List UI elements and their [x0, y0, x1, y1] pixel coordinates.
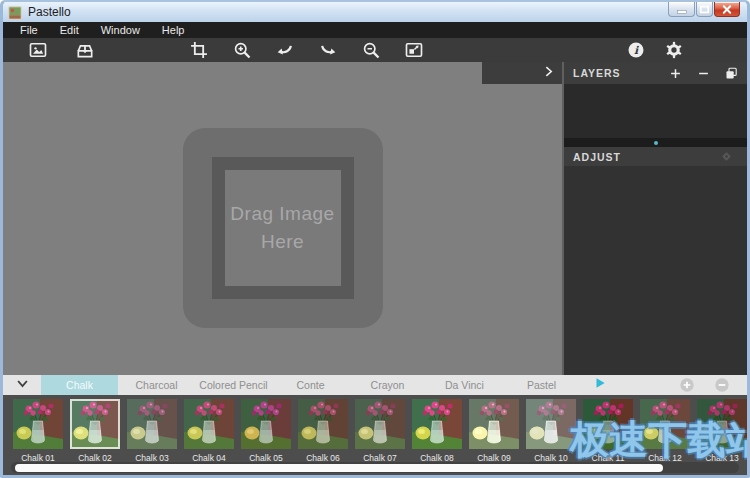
- preset-tab[interactable]: Pastel: [503, 375, 580, 395]
- toolbar-edit-group: [188, 39, 425, 61]
- add-preset-button[interactable]: [679, 377, 695, 393]
- panel-divider[interactable]: [564, 138, 747, 147]
- menu-item[interactable]: Help: [151, 24, 196, 36]
- adjust-header: ADJUST: [564, 147, 747, 166]
- main-area: Drag Image Here LAYERS ADJUST: [3, 62, 747, 375]
- maximize-button[interactable]: [696, 2, 713, 17]
- toolbar: i: [3, 38, 747, 62]
- preset-tab[interactable]: Da Vinci: [426, 375, 503, 395]
- open-image-icon[interactable]: [27, 39, 49, 61]
- preset-thumbnail[interactable]: Chalk 05: [241, 399, 291, 463]
- menu-item[interactable]: Window: [90, 24, 151, 36]
- preset-thumbnail[interactable]: Chalk 03: [127, 399, 177, 463]
- window-controls: [667, 2, 740, 17]
- preset-thumbnail-image[interactable]: [355, 399, 405, 449]
- image-dropzone[interactable]: Drag Image Here: [183, 128, 383, 328]
- save-image-icon[interactable]: [74, 39, 96, 61]
- preset-thumbnail-image[interactable]: [583, 399, 633, 449]
- minimize-button[interactable]: [668, 2, 695, 17]
- toolbar-help-group: i: [625, 39, 685, 61]
- zoom-out-icon[interactable]: [360, 39, 382, 61]
- chevron-right-icon[interactable]: [542, 64, 555, 82]
- layers-header: LAYERS: [564, 62, 747, 84]
- preset-thumbnail[interactable]: Chalk 08: [412, 399, 462, 463]
- preset-tab[interactable]: Charcoal: [118, 375, 195, 395]
- redo-icon[interactable]: [317, 39, 339, 61]
- thumbnail-list: Chalk 01 Chalk 02 Chalk 03 Chalk 04: [13, 399, 747, 463]
- remove-preset-button[interactable]: [714, 377, 730, 393]
- preset-tab[interactable]: Conte: [272, 375, 349, 395]
- preset-bar: ChalkCharcoalColored PencilConteCrayonDa…: [3, 375, 747, 395]
- preset-thumbnail-image[interactable]: [469, 399, 519, 449]
- duplicate-layer-icon[interactable]: [724, 66, 739, 81]
- crop-icon[interactable]: [188, 39, 210, 61]
- preset-thumbnail[interactable]: Chalk 10: [526, 399, 576, 463]
- menu-item[interactable]: Edit: [49, 24, 90, 36]
- window-title: Pastello: [28, 5, 71, 19]
- dropzone-ring: Drag Image Here: [212, 157, 354, 299]
- preset-thumbnail-image[interactable]: [412, 399, 462, 449]
- preset-thumbnail-image[interactable]: [298, 399, 348, 449]
- preset-thumbnail-image[interactable]: [127, 399, 177, 449]
- preview-image-icon[interactable]: [403, 39, 425, 61]
- preset-thumbnail[interactable]: Chalk 01: [13, 399, 63, 463]
- thumbnail-scrollbar-thumb[interactable]: [15, 464, 663, 472]
- divider-handle-dot: [654, 141, 658, 145]
- zoom-in-icon[interactable]: [231, 39, 253, 61]
- adjust-reset-icon[interactable]: [718, 148, 735, 165]
- undo-icon[interactable]: [274, 39, 296, 61]
- menu-item[interactable]: File: [9, 24, 49, 36]
- right-panel: LAYERS ADJUST: [562, 62, 747, 375]
- preset-thumbnail[interactable]: Chalk 13: [697, 399, 747, 463]
- preset-thumbnail[interactable]: Chalk 02: [70, 399, 120, 463]
- add-layer-icon[interactable]: [668, 66, 683, 81]
- play-presets-button[interactable]: [585, 375, 615, 395]
- preset-thumbnail[interactable]: Chalk 12: [640, 399, 690, 463]
- preset-thumbnail-image[interactable]: [640, 399, 690, 449]
- remove-layer-icon[interactable]: [696, 66, 711, 81]
- preset-thumbnail[interactable]: Chalk 07: [355, 399, 405, 463]
- preset-thumbnail[interactable]: Chalk 06: [298, 399, 348, 463]
- toolbar-file-group: [27, 39, 96, 61]
- dropzone-text-line2: Here: [230, 228, 334, 256]
- play-icon: [593, 376, 607, 394]
- preset-thumbnail-strip: Chalk 01 Chalk 02 Chalk 03 Chalk 04: [3, 395, 747, 475]
- preset-thumbnail[interactable]: Chalk 11: [583, 399, 633, 463]
- preset-thumbnail[interactable]: Chalk 09: [469, 399, 519, 463]
- layers-list[interactable]: [564, 84, 747, 138]
- preset-tab[interactable]: Chalk: [41, 375, 118, 395]
- panel-collapse-bar[interactable]: [482, 62, 562, 84]
- chevron-down-icon: [15, 376, 30, 395]
- adjust-body: [564, 166, 747, 375]
- dropzone-text-line1: Drag Image: [230, 200, 334, 228]
- menu-bar: FileEditWindowHelp: [3, 22, 747, 38]
- preset-tab[interactable]: Colored Pencil: [195, 375, 272, 395]
- preset-thumbnail-image[interactable]: [70, 399, 120, 449]
- preset-thumbnail-image[interactable]: [697, 399, 747, 449]
- close-button[interactable]: [714, 2, 740, 17]
- preset-tabs: ChalkCharcoalColored PencilConteCrayonDa…: [41, 375, 580, 395]
- app-window: Pastello FileEditWindowHelp i Dr: [0, 0, 750, 478]
- collapse-presets-button[interactable]: [3, 375, 41, 395]
- layers-title: LAYERS: [573, 67, 621, 79]
- preset-thumbnail-image[interactable]: [184, 399, 234, 449]
- preset-thumbnail[interactable]: Chalk 04: [184, 399, 234, 463]
- dropzone-text: Drag Image Here: [230, 200, 334, 255]
- settings-icon[interactable]: [663, 39, 685, 61]
- preset-thumbnail-image[interactable]: [526, 399, 576, 449]
- info-icon[interactable]: i: [625, 39, 647, 61]
- preset-thumbnail-image[interactable]: [241, 399, 291, 449]
- preset-tab[interactable]: Crayon: [349, 375, 426, 395]
- adjust-title: ADJUST: [573, 151, 621, 163]
- canvas-area[interactable]: Drag Image Here: [3, 62, 562, 375]
- title-bar[interactable]: Pastello: [3, 2, 747, 22]
- app-icon: [8, 6, 22, 20]
- thumbnail-scrollbar-track[interactable]: [11, 462, 739, 473]
- preset-thumbnail-image[interactable]: [13, 399, 63, 449]
